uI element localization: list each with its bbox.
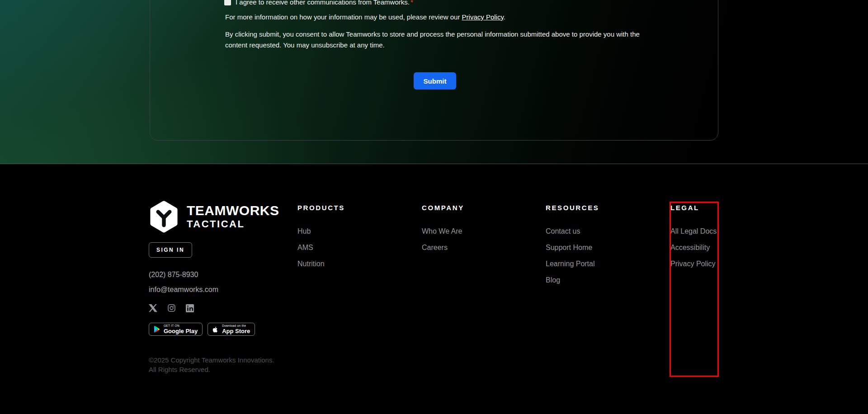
footer-link-hub[interactable]: Hub: [297, 227, 401, 235]
app-store-badge[interactable]: Download on the App Store: [208, 323, 255, 336]
footer-link-who-we-are[interactable]: Who We Are: [422, 227, 526, 235]
agree-checkbox[interactable]: [224, 0, 231, 5]
sign-in-button[interactable]: SIGN IN: [149, 242, 192, 258]
x-social-link[interactable]: [149, 304, 157, 312]
brand-name: TEAMWORKS TACTICAL: [187, 201, 279, 233]
footer-link-careers[interactable]: Careers: [422, 244, 526, 252]
footer-link-all-legal-docs[interactable]: All Legal Docs: [670, 227, 774, 235]
brand-name-line2: TACTICAL: [187, 218, 279, 230]
footer-link-privacy-policy[interactable]: Privacy Policy: [670, 260, 774, 268]
email-link[interactable]: info@teamworks.com: [149, 286, 218, 294]
footer-link-learning-portal[interactable]: Learning Portal: [546, 260, 650, 268]
footer-column-resources: RESOURCES Contact us Support Home Learni…: [546, 204, 650, 292]
copyright-text: ©2025 Copyright Teamworks Innovations. A…: [149, 355, 274, 374]
phone-link[interactable]: (202) 875-8930: [149, 271, 198, 279]
agree-checkbox-row: I agree to receive other communications …: [224, 0, 413, 6]
x-twitter-icon: [149, 304, 157, 312]
footer-column-title-legal: LEGAL: [670, 204, 774, 212]
teamworks-hex-logo-icon: [149, 201, 179, 233]
footer-section: TEAMWORKS TACTICAL SIGN IN (202) 875-893…: [0, 164, 868, 414]
hero-section: I agree to receive other communications …: [0, 0, 868, 164]
social-links-row: [149, 304, 194, 312]
footer-column-products: PRODUCTS Hub AMS Nutrition: [297, 204, 401, 276]
privacy-text-before: For more information on how your informa…: [225, 13, 462, 21]
privacy-text-after: .: [504, 13, 505, 21]
footer-link-support-home[interactable]: Support Home: [546, 244, 650, 252]
instagram-social-link[interactable]: [168, 304, 175, 312]
google-play-tagline: GET IT ON: [164, 324, 198, 327]
privacy-policy-link[interactable]: Privacy Policy: [462, 13, 504, 21]
agree-checkbox-label: I agree to receive other communications …: [236, 0, 413, 6]
brand-name-line1: TEAMWORKS: [187, 204, 279, 217]
app-store-tagline: Download on the: [222, 324, 250, 327]
footer-link-accessibility[interactable]: Accessibility: [670, 244, 774, 252]
privacy-info-text: For more information on how your informa…: [225, 13, 505, 21]
consent-line-2: content requested. You may unsubscribe a…: [225, 40, 640, 51]
submit-button[interactable]: Submit: [414, 72, 456, 89]
app-store-badge-text: Download on the App Store: [222, 324, 250, 334]
footer-link-blog[interactable]: Blog: [546, 276, 650, 284]
footer-column-title-products: PRODUCTS: [297, 204, 401, 212]
apple-icon: [212, 325, 219, 334]
google-play-badge-text: GET IT ON Google Play: [164, 324, 198, 334]
linkedin-social-link[interactable]: [186, 304, 194, 312]
google-play-name: Google Play: [164, 328, 198, 334]
footer-link-nutrition[interactable]: Nutrition: [297, 260, 401, 268]
app-store-name: App Store: [222, 328, 250, 334]
footer-column-company: COMPANY Who We Are Careers: [422, 204, 526, 260]
required-asterisk: *: [410, 0, 413, 6]
copyright-line-1: ©2025 Copyright Teamworks Innovations.: [149, 355, 274, 365]
footer-link-ams[interactable]: AMS: [297, 244, 401, 252]
consent-text: By clicking submit, you consent to allow…: [225, 29, 640, 51]
footer-column-title-resources: RESOURCES: [546, 204, 650, 212]
contact-form-card: I agree to receive other communications …: [150, 0, 718, 141]
google-play-icon: [153, 325, 160, 333]
copyright-line-2: All Rights Reserved.: [149, 365, 274, 374]
google-play-badge[interactable]: GET IT ON Google Play: [149, 323, 203, 336]
footer-column-title-company: COMPANY: [422, 204, 526, 212]
instagram-icon: [168, 304, 175, 312]
footer-link-contact-us[interactable]: Contact us: [546, 227, 650, 235]
consent-line-1: By clicking submit, you consent to allow…: [225, 29, 640, 40]
linkedin-icon: [186, 304, 194, 312]
brand-logo[interactable]: TEAMWORKS TACTICAL: [149, 201, 279, 233]
store-badges-row: GET IT ON Google Play Download on the Ap…: [149, 323, 255, 336]
footer-column-legal: LEGAL All Legal Docs Accessibility Priva…: [670, 204, 774, 276]
